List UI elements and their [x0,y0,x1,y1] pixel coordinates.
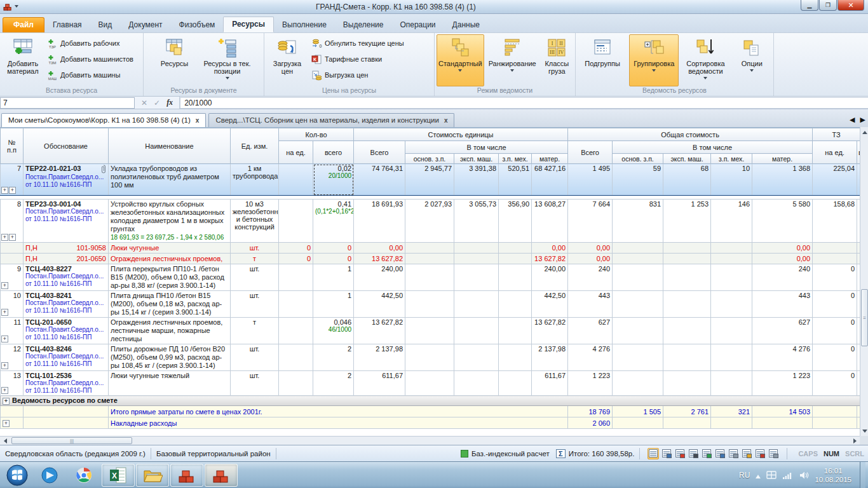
maximize-button[interactable]: ❐ [819,0,837,11]
tz-per-unit-cell[interactable] [813,254,857,264]
name-cell[interactable]: Люки чугунные тяжелый [109,371,231,396]
total-cost-em-cell[interactable] [663,344,711,371]
tab-dannye[interactable]: Данные [444,18,488,32]
unit-cell[interactable]: шт. [231,264,279,291]
tab-glavnaya[interactable]: Главная [44,18,90,32]
header-unit[interactable]: Ед. изм. [231,128,279,164]
total-cost-zpm-cell[interactable]: 10 [711,164,752,196]
volume-icon[interactable] [799,471,809,480]
table-row[interactable]: П,Н 101-9058 Люки чугунные шт. 0 0 0,00 … [1,243,860,254]
total-cost-total-cell[interactable]: 4 276 [568,344,613,371]
header-ozp2[interactable]: основ. з.п. [613,154,663,164]
estimate-total-label[interactable]: Итого: 160 398,58р. [569,450,635,458]
expand-button[interactable]: + [1,234,8,241]
total-cost-zpm-cell[interactable] [711,291,752,318]
total-cost-mat-cell[interactable]: 5 580 [752,200,813,243]
standard-mode-button[interactable]: Стандартный [437,34,484,86]
unit-cost-mat-cell[interactable]: 611,67 [532,371,568,396]
unit-cost-mat-cell[interactable]: 0,00 [532,243,568,254]
header-total-cost-total[interactable]: Всего [568,141,613,164]
total-cost-em-cell[interactable] [663,264,711,291]
expand-button[interactable]: + [3,420,10,427]
grouping-button[interactable]: Группировка [629,34,679,86]
table-row[interactable]: 11 + ТСЦ-201-0650 Постан.Правит.Свердл.о… [1,318,860,344]
statusbar-edit-icon[interactable] [728,448,739,459]
name-cell[interactable]: Ограждения лестничных проемов, лестничны… [109,318,231,344]
add-material-button[interactable]: Добавить материал [2,34,44,86]
unit-cost-ozp-cell[interactable] [405,344,454,371]
ranking-button[interactable]: Ранжирование [487,34,538,86]
qty-per-unit-cell[interactable]: 0 [279,243,313,254]
zero-current-prices-button[interactable]: 0 Обнулить текущие цены [309,37,406,50]
close-button[interactable]: ✕ [837,0,864,11]
unit-cost-total-cell[interactable]: 442,50 [354,291,405,318]
header-mat2[interactable]: матер. [752,154,813,164]
totals-row-direct-costs[interactable]: Итого прямые затраты по смете в ценах 20… [1,406,860,417]
unit-cost-ozp-cell[interactable] [405,318,454,344]
unit-cost-total-cell[interactable]: 18 691,93 [354,200,405,243]
scroll-left-icon[interactable] [0,437,10,445]
expand-button[interactable]: + [1,387,8,394]
total-cost-ozp-cell[interactable] [613,318,663,344]
total-cost-zpm-cell[interactable] [711,371,752,396]
unit-cost-total-cell[interactable]: 611,67 [354,371,405,396]
unit-cell[interactable]: шт. [231,291,279,318]
minimize-button[interactable]: ▁ [801,0,818,11]
basis-cell[interactable]: ТСЦ-403-8227 Постан.Правит.Свердл.о... о… [24,264,109,291]
options-button[interactable]: Опции [732,34,771,86]
unit-cost-mat-cell[interactable]: 13 627,82 [532,254,568,264]
calc-mode-label[interactable]: Баз.-индексный расчет [471,450,550,458]
unit-cost-mat-cell[interactable]: 68 427,16 [532,164,568,196]
tariff-rates-button[interactable]: К Тарифные ставки [309,53,406,65]
unit-cell[interactable]: т [231,254,279,264]
unit-cost-ozp-cell[interactable]: 2 945,77 [405,164,454,196]
total-cost-ozp-cell[interactable] [613,254,663,264]
expand-button[interactable]: + [3,398,10,405]
doc-tab-price-book[interactable]: Сверд...\ТСЦ. Сборник цен на материалы, … [208,113,454,127]
total-cost-zpm-cell[interactable] [711,243,752,254]
totals-row-overheads[interactable]: + Накладные расходы 2 060 [1,417,860,429]
qty-total-cell[interactable]: 1 [313,291,354,318]
header-tz[interactable]: ТЗ [813,128,860,141]
cancel-formula-button[interactable]: ✕ [141,98,147,107]
total-cost-mat-cell[interactable]: 0,00 [752,254,813,264]
header-qty-per-unit[interactable]: на ед. [279,141,313,164]
tab-vypolnenie[interactable]: Выполнение [274,18,335,32]
basis-document[interactable]: Постан.Правит.Свердл.о... [25,353,106,360]
total-cost-ozp-cell[interactable] [613,291,663,318]
total-cost-ozp-cell[interactable] [613,243,663,254]
tz-per-unit-cell[interactable]: 0 [813,318,857,344]
basis-cell[interactable]: ТЕР23-03-001-04 Постан.Правит.Свердл.о..… [24,200,109,243]
tz-per-unit-cell[interactable]: 0 [813,264,857,291]
close-tab-icon[interactable]: x [444,117,448,124]
total-cost-total-cell[interactable]: 7 664 [568,200,613,243]
header-total-cost[interactable]: Общая стоимость [568,128,813,141]
load-prices-button[interactable]: Загрузка цен [266,34,308,86]
header-num[interactable]: №п.п [1,128,24,164]
basis-document[interactable]: Постан.Правит.Свердл.о... [25,326,106,334]
close-tab-icon[interactable]: x [196,117,200,124]
show-desktop-button[interactable] [860,462,865,488]
cell-reference-box[interactable]: 7 [0,97,135,109]
name-cell[interactable]: Ограждения лестничных проемов, [109,254,231,264]
add-workers-button[interactable]: ТЗР Добавить рабочих [45,37,135,50]
total-cost-mat-cell[interactable]: 627 [752,318,813,344]
statusbar-doc-blue-icon[interactable] [661,448,672,459]
unit-cost-em-cell[interactable] [454,264,499,291]
qty-per-unit-cell[interactable] [279,264,313,291]
taskbar-clock[interactable]: 16:01 10.08.2015 [815,466,854,484]
total-cost-mat-cell[interactable]: 443 [752,291,813,318]
district-label[interactable]: Базовый территориальный район [156,450,271,458]
qty-total-cell[interactable]: 0,41 (0,1*2+0,16*2*2+0,18... [313,200,354,243]
unit-cost-em-cell[interactable] [454,291,499,318]
tab-scroll-right-icon[interactable]: ▶ [860,116,865,124]
qty-total-cell[interactable]: 0 [313,243,354,254]
vertical-scrollbar[interactable]: ≡ [860,127,868,445]
table-row[interactable]: 9 + ТСЦ-403-8227 Постан.Правит.Свердл.о.… [1,264,860,291]
total-cost-ozp-cell[interactable] [613,371,663,396]
unit-cost-zpm-cell[interactable] [499,318,532,344]
total-cost-em-cell[interactable] [663,318,711,344]
total-cost-total-cell[interactable]: 443 [568,291,613,318]
taskbar-folder-button[interactable] [136,464,169,487]
basis-cell[interactable]: ТСЦ-101-2536 Постан.Правит.Свердл.о... о… [24,371,109,396]
